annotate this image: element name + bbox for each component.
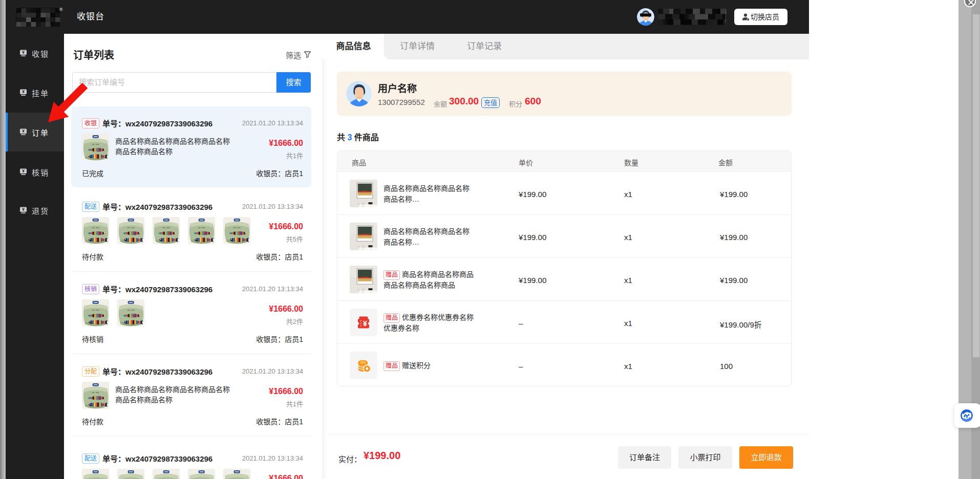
svg-text:¥: ¥ [22, 89, 25, 94]
svg-text:¥: ¥ [22, 168, 25, 173]
svg-text:®: ® [59, 7, 63, 12]
svg-text:¥: ¥ [22, 50, 25, 55]
svg-text:¥: ¥ [22, 207, 25, 212]
svg-text:¥: ¥ [22, 128, 25, 134]
